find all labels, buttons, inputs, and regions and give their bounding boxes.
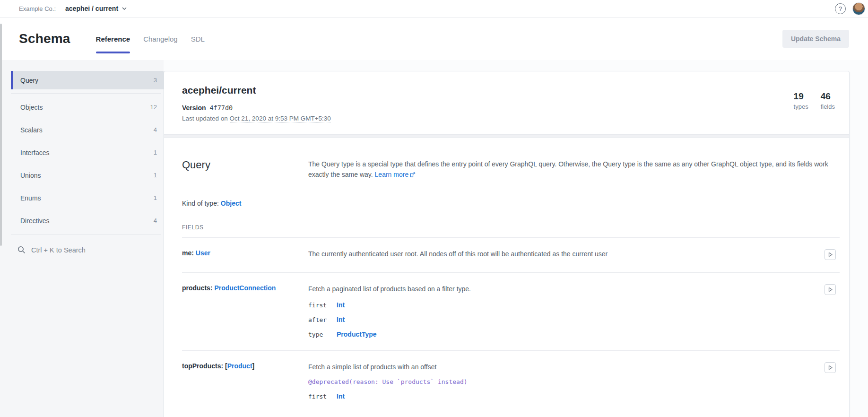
sidebar-item-directives[interactable]: Directives 4 [11,211,164,230]
version-line: Version 4f77d0 [182,104,331,112]
field-body: Fetch a paginated list of products based… [308,284,814,338]
sidebar-item-label: Interfaces [20,149,49,156]
sidebar-item-interfaces[interactable]: Interfaces 1 [11,143,164,162]
field-play-col [814,249,840,260]
search-placeholder: Ctrl + K to Search [31,246,86,254]
sidebar-item-count: 1 [154,194,157,201]
arg-name: after [308,316,337,323]
field-args: first Int [308,392,814,400]
field-name: topProducts: [182,362,223,370]
stat-label: types [794,103,808,110]
last-updated: Last updated on Oct 21, 2020 at 9:53 PM … [182,115,331,122]
play-icon [828,365,833,370]
arg-type-link[interactable]: Int [337,392,345,400]
field-description: Fetch a paginated list of products based… [308,284,814,294]
schema-stats: 19 types 46 fields [794,85,835,110]
tab-reference[interactable]: Reference [96,17,130,60]
field-name-col: products: ProductConnection [182,284,308,338]
field-row: me: User The currently authenticated use… [182,237,840,272]
sidebar-item-label: Scalars [20,126,43,134]
top-bar: Example Co.: acephei / current ? [0,0,868,17]
stat: 19 types [794,91,808,110]
last-updated-prefix: Last updated on [182,115,230,122]
chevron-down-icon [122,6,127,11]
arg-type-link[interactable]: ProductType [337,330,377,338]
field-play-col [814,362,840,400]
sidebar-nav: Query 3 Objects 12 Scalars 4 Interfaces … [11,71,164,230]
fields-label: FIELDS [182,224,840,231]
stat: 46 fields [821,91,835,110]
arg-type-link[interactable]: Int [337,301,345,309]
sidebar-item-scalars[interactable]: Scalars 4 [11,121,164,139]
field-arg: first Int [308,301,814,309]
divider [11,234,161,235]
main-panel: acephei/current Version 4f77d0 Last upda… [164,60,868,417]
type-name: Query [182,159,308,180]
sidebar-item-label: Objects [20,104,43,111]
run-query-button[interactable] [825,284,836,295]
run-query-button[interactable] [825,362,836,373]
tab-sdl[interactable]: SDL [191,17,205,60]
version-value: 4f77d0 [209,104,233,112]
help-icon[interactable]: ? [835,3,846,14]
field-arg: after Int [308,316,814,323]
sidebar-item-count: 1 [154,149,157,156]
field-play-col [814,284,840,338]
field-description: The currently authenticated user root. A… [308,249,814,259]
run-query-button[interactable] [825,249,836,260]
sidebar: Query 3 Objects 12 Scalars 4 Interfaces … [0,60,164,417]
field-body: The currently authenticated user root. A… [308,249,814,260]
user-avatar[interactable] [852,2,865,15]
sidebar-item-objects[interactable]: Objects 12 [11,98,164,116]
update-schema-button[interactable]: Update Schema [782,30,849,48]
tab-label: Reference [96,35,130,43]
sidebar-item-enums[interactable]: Enums 1 [11,189,164,207]
schema-tabs: ReferenceChangelogSDL [96,17,205,60]
type-section: Query The Query type is a special type t… [164,138,849,412]
tab-changelog[interactable]: Changelog [143,17,178,60]
play-icon [828,252,833,257]
type-description: The Query type is a special type that de… [308,159,831,180]
page-title: Schema [19,31,70,46]
stat-value: 46 [821,91,835,102]
sidebar-item-count: 12 [150,104,157,111]
search-icon [17,246,26,254]
search-input[interactable]: Ctrl + K to Search [11,238,164,254]
learn-more-link[interactable]: Learn more [375,171,416,178]
scrollbar[interactable] [0,24,2,246]
field-type-link[interactable]: Product [227,362,252,370]
arg-name: first [308,302,337,309]
graph-title: acephei/current [182,85,331,96]
sidebar-item-label: Unions [20,172,41,179]
fields-list: me: User The currently authenticated use… [182,237,840,412]
field-row: topProducts: [Product] Fetch a simple li… [182,350,840,412]
arg-type-link[interactable]: Int [337,316,345,323]
sidebar-item-label: Query [20,77,38,84]
kind-of-type: Kind of type:Object [182,200,840,207]
last-updated-date: Oct 21, 2020 at 9:53 PM GMT+5:30 [230,115,331,122]
field-name: products: [182,284,213,292]
learn-more-label: Learn more [375,171,409,178]
stat-value: 19 [794,91,808,102]
version-label: Version [182,104,206,112]
field-arg: type ProductType [308,330,814,338]
graph-selector-dropdown[interactable]: acephei / current [65,5,127,12]
sidebar-item-label: Directives [20,217,49,225]
field-deprecated: @deprecated(reason: Use `products` inste… [308,378,814,385]
arg-name: first [308,393,337,400]
section-divider [164,134,849,138]
card-header: acephei/current Version 4f77d0 Last upda… [164,71,849,134]
kind-value-link[interactable]: Object [221,200,242,207]
field-type-link[interactable]: ProductConnection [214,284,276,292]
sidebar-item-unions[interactable]: Unions 1 [11,166,164,184]
schema-header: Schema ReferenceChangelogSDL Update Sche… [0,17,868,60]
field-args: first Int after Int type ProductType [308,301,814,338]
field-name-col: topProducts: [Product] [182,362,308,400]
sidebar-item-count: 3 [154,77,157,84]
stat-label: fields [821,103,835,110]
field-type-suffix: ] [252,362,255,370]
field-type-link[interactable]: User [196,249,210,257]
tab-label: Changelog [143,35,178,43]
sidebar-item-query[interactable]: Query 3 [11,71,164,89]
field-row: products: ProductConnection Fetch a pagi… [182,272,840,350]
